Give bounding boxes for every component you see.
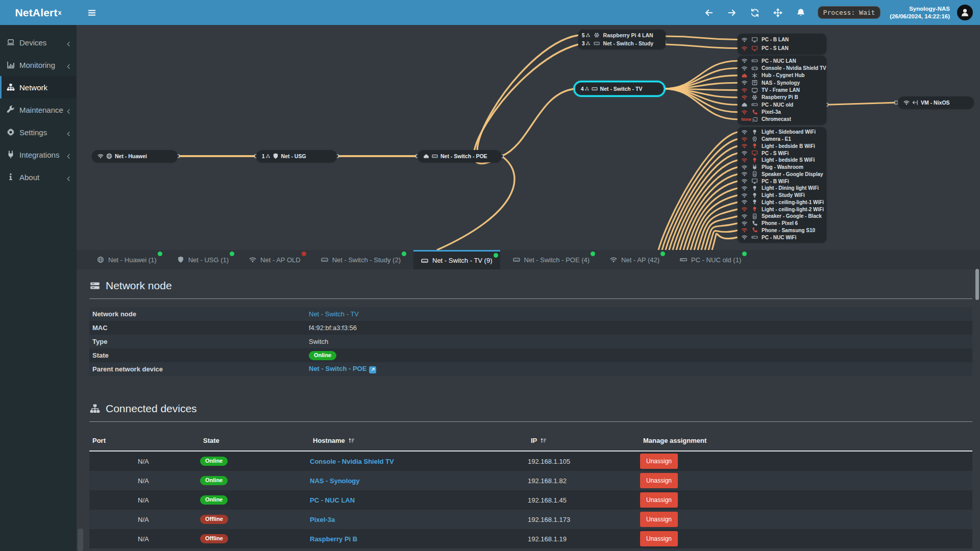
hostname-link[interactable]: Raspberry Pi B	[310, 535, 357, 543]
sidebar-item-devices[interactable]: Devices	[0, 31, 77, 54]
device-row-speaker-google-black[interactable]: Speaker - Google - Black	[741, 213, 823, 220]
sidebar-item-integrations[interactable]: Integrations	[0, 143, 77, 166]
state-badge: Online	[200, 495, 228, 505]
column-header-ip[interactable]: IP	[528, 437, 640, 444]
switch-icon	[513, 256, 520, 263]
topology-node-raspberry-pi-4-lan[interactable]: 5Raspberry Pi 4 LAN	[582, 31, 662, 39]
device-row-pc-b-lan[interactable]: PC - B LAN	[741, 35, 823, 44]
device-row-pc-nuc-lan[interactable]: PC - NUC LAN	[741, 57, 823, 64]
hostname-cell: Raspberry Pi B	[310, 535, 528, 543]
monitor-icon	[751, 178, 758, 184]
tab-net-huawei-1-[interactable]: Net - Huawei (1)	[89, 250, 164, 269]
device-row-light-sideboard-wifi[interactable]: Light - Sideboard WiFi	[741, 129, 823, 136]
device-label: PC - NUC old	[762, 102, 793, 108]
forward-arrow-icon[interactable]	[727, 8, 737, 17]
device-row-tv-frame-lan[interactable]: TV - Frame LAN	[741, 86, 823, 93]
bell-icon[interactable]	[796, 8, 805, 17]
vm-icon	[912, 99, 918, 106]
tab-net-usg-1-[interactable]: Net - USG (1)	[169, 250, 236, 269]
device-row-phone-samsung-s10[interactable]: Phone - Samsung S10	[741, 227, 823, 234]
back-arrow-icon[interactable]	[704, 8, 714, 17]
device-row-speaker-google-display[interactable]: Speaker - Google Display	[741, 171, 823, 178]
sort-icon[interactable]	[540, 437, 547, 444]
unassign-button[interactable]: Unassign	[640, 473, 678, 488]
hostname-link[interactable]: Pixel-3a	[310, 516, 335, 523]
device-row-light-study-wifi[interactable]: Light - Study WiFi	[741, 192, 823, 199]
device-label: Speaker - Google Display	[762, 171, 823, 177]
refresh-icon[interactable]	[750, 8, 760, 17]
column-header-hostname[interactable]: Hostname	[310, 437, 528, 444]
server-icon	[89, 281, 101, 291]
tab-net-switch-tv-9-[interactable]: Net - Switch - TV (9)	[413, 250, 500, 269]
topology-node-net-switch-poe[interactable]: Net - Switch - POE	[418, 150, 502, 162]
move-icon[interactable]	[773, 8, 782, 17]
monitor-icon	[751, 45, 758, 52]
hostname-link[interactable]: NAS - Synology	[310, 477, 360, 485]
unassign-button[interactable]: Unassign	[640, 512, 678, 527]
sort-icon[interactable]	[348, 437, 355, 444]
device-row-pc-nuc-old[interactable]: PC - NUC old	[741, 101, 823, 108]
bulb-icon	[751, 143, 758, 149]
hostname-cell: Pixel-3a	[310, 516, 528, 523]
hostname-link[interactable]: Console - Nvidia Shield TV	[310, 458, 394, 465]
hub-icon	[751, 72, 758, 79]
sidebar-item-about[interactable]: About	[0, 166, 77, 188]
device-row-light-dining-light-wifi[interactable]: Light - Dining light WiFi	[741, 185, 823, 192]
content-scrollbar-thumb[interactable]	[78, 529, 83, 551]
device-row-pc-nuc-wifi[interactable]: PC - NUC WiFi	[741, 234, 823, 241]
detail-link[interactable]: Net - Switch - TV	[309, 310, 359, 318]
detail-link[interactable]: Net - Switch - POE	[309, 365, 366, 372]
tab-pc-nuc-old-1-[interactable]: PC - NUC old (1)	[672, 250, 749, 269]
device-row-pc-b-wifi[interactable]: PC - B WiFi	[741, 178, 823, 185]
sidebar-item-maintenance[interactable]: Maintenance	[0, 98, 77, 121]
device-row-plug-washroom[interactable]: Plug - Washroom	[741, 164, 823, 171]
device-row-pc-s-wifi[interactable]: PC - S WiFi	[741, 149, 823, 157]
hostname-link[interactable]: PC - NUC LAN	[310, 496, 355, 504]
device-row-chromecast[interactable]: NoneChromecast	[741, 116, 823, 123]
topology-node-net-huawei[interactable]: Net - Huawei	[92, 150, 178, 162]
device-row-light-bedside-s-wifi[interactable]: Light - bedside S WiFi	[741, 157, 823, 164]
device-row-raspberry-pi-b[interactable]: Raspberry Pi B	[741, 94, 823, 101]
sidebar-item-label: Devices	[19, 38, 46, 47]
sitemap-icon	[89, 404, 101, 414]
tab-net-ap-old[interactable]: Net - AP OLD	[241, 250, 308, 269]
device-row-pixel-3a[interactable]: Pixel-3a	[741, 108, 823, 115]
state-badge: Offline	[200, 515, 228, 524]
device-row-camera-e1[interactable]: Camera - E1	[741, 136, 823, 143]
device-row-hub-cygnet-hub[interactable]: Hub - Cygnet Hub	[741, 72, 823, 79]
wifi-icon	[741, 178, 748, 184]
tab-net-switch-study-2-[interactable]: Net - Switch - Study (2)	[313, 250, 408, 269]
user-icon	[960, 8, 970, 17]
device-row-light-bedside-b-wifi[interactable]: Light - bedside B WiFi	[741, 143, 823, 150]
unassign-button[interactable]: Unassign	[640, 531, 678, 546]
topology-node-net-switch-tv[interactable]: 4Net - Switch - TV	[575, 83, 664, 95]
detail-row-type: TypeSwitch	[89, 335, 972, 348]
user-avatar[interactable]	[957, 5, 973, 20]
external-link-icon[interactable]	[369, 366, 376, 373]
page-scrollbar-thumb[interactable]	[975, 269, 979, 300]
sidebar-item-monitoring[interactable]: Monitoring	[0, 54, 77, 76]
topology-node-vm-nixos[interactable]: VM - NixOS	[898, 96, 974, 109]
tab-net-ap-42-[interactable]: Net - AP (42)	[602, 250, 667, 269]
device-row-console-nvidia-shield-tv[interactable]: Console - Nvidia Shield TV	[741, 64, 823, 71]
tab-net-switch-poe-4-[interactable]: Net - Switch - POE (4)	[505, 250, 598, 269]
topology-node-net-switch-study[interactable]: 3Net - Switch - Study	[582, 39, 662, 47]
device-group-tv-lan: PC - NUC LANConsole - Nvidia Shield TVHu…	[738, 56, 826, 124]
device-row-light-ceiling-light-1-wifi[interactable]: Light - ceiling-light-1 WiFi	[741, 199, 823, 206]
detail-row-mac: MACf4:92:bf:a3:f3:56	[89, 321, 972, 335]
nas-icon	[751, 80, 758, 86]
unassign-button[interactable]: Unassign	[640, 492, 678, 508]
sidebar-item-settings[interactable]: Settings	[0, 121, 77, 143]
topology-node-net-usg[interactable]: 1Net - USG	[256, 150, 337, 162]
device-row-light-ceiling-light-2-wifi[interactable]: Light - ceiling-light-2 WiFi	[741, 206, 823, 213]
sidebar-toggle-button[interactable]	[82, 0, 102, 25]
detail-row-network-node: Network nodeNet - Switch - TV	[89, 307, 972, 321]
device-row-pc-s-lan[interactable]: PC - S LAN	[741, 44, 823, 53]
unassign-button[interactable]: Unassign	[640, 454, 678, 469]
device-row-phone-pixel-6[interactable]: Phone - Pixel 6	[741, 220, 823, 227]
app-logo[interactable]: NetAlertx	[0, 0, 77, 25]
network-node-details: Network nodeNet - Switch - TVMACf4:92:bf…	[89, 307, 972, 376]
sidebar-item-network[interactable]: Network	[0, 76, 77, 98]
bulb-icon	[751, 206, 758, 212]
device-row-nas-synology[interactable]: NAS - Synology	[741, 79, 823, 86]
